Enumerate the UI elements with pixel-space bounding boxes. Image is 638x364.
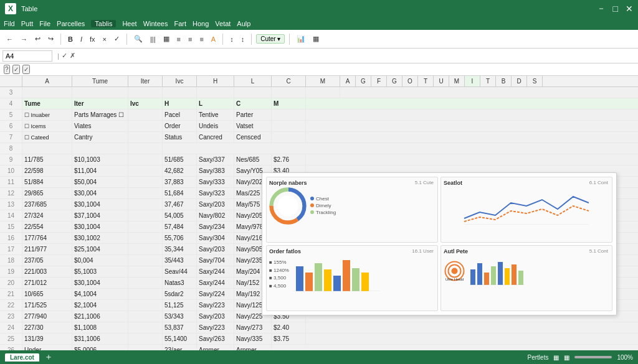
cell-6-D[interactable]: Order <box>163 121 197 131</box>
bold-btn[interactable]: B <box>65 34 75 44</box>
menu-file[interactable]: File <box>39 20 50 27</box>
cell-4-C[interactable]: Ivc <box>128 98 163 109</box>
col-L-header[interactable]: G <box>387 76 402 86</box>
col-Q-header[interactable]: I <box>465 76 480 86</box>
forward-btn[interactable]: → <box>18 34 30 44</box>
cell-4-A[interactable]: Tume <box>22 98 72 109</box>
menu-parcelles[interactable]: Parcelles <box>57 20 85 27</box>
line-chart[interactable]: Seatlot 6.1 Cont <box>440 177 612 243</box>
cell-8-B[interactable] <box>72 143 128 154</box>
cell-6-E[interactable]: Undeis <box>197 121 234 131</box>
cell-4-F[interactable]: C <box>234 98 272 109</box>
cell-6-F[interactable]: Vatset <box>234 121 272 131</box>
cell-5-F[interactable]: Parter <box>234 110 272 120</box>
cell-3-B[interactable] <box>72 87 128 98</box>
sort-btn[interactable]: ↕ <box>227 34 236 44</box>
menu-wintees[interactable]: Wintees <box>143 20 168 27</box>
col-J-header[interactable]: G <box>356 76 371 86</box>
cell-3-H[interactable] <box>306 87 340 98</box>
col-R-header[interactable]: T <box>480 76 496 86</box>
cell-8-A[interactable] <box>22 143 72 154</box>
menu-vetat[interactable]: Vetat <box>215 20 231 27</box>
redo-btn[interactable]: ↪ <box>45 34 56 44</box>
menu-tablis[interactable]: Tablis <box>91 20 116 27</box>
view-layout-btn[interactable]: ▦ <box>564 354 569 361</box>
cell-3-F[interactable] <box>234 87 272 98</box>
col-T-header[interactable]: D <box>512 76 527 86</box>
col-U-header[interactable]: S <box>527 76 543 86</box>
cell-7-B[interactable]: Cantry <box>72 132 128 142</box>
col-G-header[interactable]: C <box>272 76 306 86</box>
grid-btn[interactable]: ▦ <box>161 34 172 44</box>
back-btn[interactable]: ← <box>4 34 16 44</box>
menu-hong[interactable]: Hong <box>193 20 209 27</box>
align-center-btn[interactable]: ≡ <box>186 34 194 44</box>
filter-btn[interactable]: ↕ <box>239 34 247 44</box>
view-normal-btn[interactable]: ▦ <box>553 354 559 361</box>
zoom-slider[interactable] <box>574 356 612 358</box>
cell-3-C[interactable] <box>128 87 163 98</box>
align-right-btn[interactable]: ≡ <box>197 34 206 44</box>
cell-5-E[interactable]: Tentive <box>197 110 234 120</box>
cell-3-D[interactable] <box>163 87 197 98</box>
tab-check2-btn[interactable]: ✓ <box>22 65 30 74</box>
col-H-header[interactable]: M <box>306 76 340 86</box>
search-btn[interactable]: 🔍 <box>131 34 145 44</box>
menu-fild[interactable]: Fild <box>4 20 15 27</box>
col-N-header[interactable]: T <box>418 76 434 86</box>
cell-6-C[interactable] <box>128 121 163 131</box>
cell-7-A[interactable]: ☐ Cateed <box>22 132 72 142</box>
formula-input[interactable] <box>78 52 636 60</box>
col-btn[interactable]: ||| <box>148 34 158 44</box>
cell-5-B[interactable]: Parts Marrages ☐ <box>72 110 128 120</box>
tab-check1-btn[interactable]: ✓ <box>12 65 20 74</box>
col-O-header[interactable]: U <box>434 76 449 86</box>
cell-6-B[interactable]: Viates <box>72 121 128 131</box>
cell-4-E[interactable]: L <box>197 98 234 109</box>
times-btn[interactable]: × <box>100 34 109 44</box>
menu-putt[interactable]: Putt <box>21 20 34 27</box>
add-sheet-btn[interactable]: ＋ <box>44 352 53 363</box>
col-B-header[interactable]: Tume <box>72 76 128 86</box>
col-I-header[interactable]: A <box>340 76 356 86</box>
cell-7-D[interactable]: Status <box>163 132 197 142</box>
cell-8-C[interactable] <box>128 143 163 154</box>
cuter-dropdown[interactable]: Cuter ▾ <box>256 34 285 44</box>
italic-btn[interactable]: I <box>78 34 85 44</box>
close-btn[interactable]: ✕ <box>626 4 633 14</box>
maximize-btn[interactable]: □ <box>613 4 618 14</box>
cell-7-G[interactable] <box>272 132 306 142</box>
cell-5-G[interactable] <box>272 110 306 120</box>
chart-btn[interactable]: 📊 <box>294 34 308 44</box>
bar-order-chart[interactable]: Order fatlos 16.1 User ■ 155% ■ 1240% ■ … <box>266 245 438 311</box>
menu-aulp[interactable]: Aulp <box>237 20 250 27</box>
cell-7-C[interactable] <box>128 132 163 142</box>
auto-pete-chart[interactable]: Autl Pete 5.1 Cont Uhle Heald <box>440 245 612 311</box>
color-btn[interactable]: A <box>209 34 218 44</box>
col-K-header[interactable]: F <box>371 76 387 86</box>
cell-6-G[interactable] <box>272 121 306 131</box>
cell-4-G[interactable]: M <box>272 98 306 109</box>
col-E-header[interactable]: H <box>197 76 234 86</box>
cell-7-F[interactable]: Censced <box>234 132 272 142</box>
col-M-header[interactable]: O <box>402 76 418 86</box>
col-C-header[interactable]: Iter <box>128 76 163 86</box>
cell-3-G[interactable] <box>272 87 306 98</box>
sheet-tab[interactable]: Lare.cot <box>5 353 39 362</box>
minimize-btn[interactable]: － <box>597 3 606 14</box>
cell-4-D[interactable]: H <box>163 98 197 109</box>
check-btn[interactable]: ✓ <box>112 34 122 44</box>
cell-7-E[interactable]: Cancred <box>197 132 234 142</box>
col-A-header[interactable]: A <box>22 76 72 86</box>
col-F-header[interactable]: L <box>234 76 272 86</box>
col-D-header[interactable]: Ivc <box>163 76 197 86</box>
cell-5-C[interactable] <box>128 110 163 120</box>
menu-heet[interactable]: Heet <box>122 20 136 27</box>
cell-6-A[interactable]: ☐ Icems <box>22 121 72 131</box>
cell-3-A[interactable] <box>22 87 72 98</box>
undo-btn[interactable]: ↩ <box>32 34 43 44</box>
table-btn[interactable]: ▦ <box>310 34 321 44</box>
donut-chart[interactable]: Norple nabers 5.1 Cute Chest Dimely Trac… <box>266 177 438 243</box>
menu-fart[interactable]: Fart <box>174 20 186 27</box>
col-S-header[interactable]: B <box>496 76 512 86</box>
